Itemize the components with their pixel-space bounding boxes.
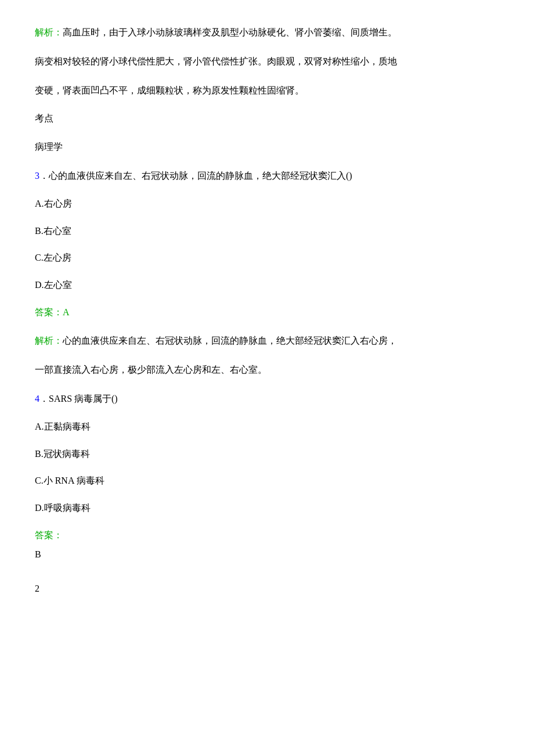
q4-text: ．SARS 病毒属于()	[39, 394, 118, 404]
analysis1-line3: 变硬，肾表面凹凸不平，成细颗粒状，称为原发性颗粒性固缩肾。	[35, 85, 304, 95]
analysis1-label: 解析：	[35, 27, 63, 37]
q4-number: 4	[35, 394, 39, 404]
kaodian-section: 考点 病理学	[35, 110, 499, 156]
q3-text: ．心的血液供应来自左、右冠状动脉，回流的静脉血，绝大部经冠状窦汇入()	[39, 171, 352, 181]
question3-block: 3．心的血液供应来自左、右冠状动脉，回流的静脉血，绝大部经冠状窦汇入() A.右…	[35, 167, 499, 379]
analysis3-label: 解析：	[35, 336, 63, 345]
q3-option-b: B.右心室	[35, 226, 71, 236]
kaodian-label: 考点	[35, 113, 53, 123]
page-number: 2	[35, 584, 39, 593]
q3-option-c: C.左心房	[35, 253, 71, 262]
q3-number: 3	[35, 171, 39, 181]
analysis1-block: 解析：高血压时，由于入球小动脉玻璃样变及肌型小动脉硬化、肾小管萎缩、间质增生。 …	[35, 23, 499, 100]
q4-option-a: A.正黏病毒科	[35, 422, 91, 431]
q4-option-c: C.小 RNA 病毒科	[35, 476, 104, 485]
answer4-value: B	[35, 549, 41, 559]
q4-option-d: D.呼吸病毒科	[35, 503, 91, 513]
kaodian-value: 病理学	[35, 142, 63, 152]
q3-option-a: A.右心房	[35, 199, 72, 208]
analysis1-line1: 高血压时，由于入球小动脉玻璃样变及肌型小动脉硬化、肾小管萎缩、间质增生。	[63, 27, 397, 37]
q3-option-d: D.左心室	[35, 280, 72, 290]
question4-block: 4．SARS 病毒属于() A.正黏病毒科 B.冠状病毒科 C.小 RNA 病毒…	[35, 390, 499, 563]
answer3-label: 答案：	[35, 307, 63, 317]
analysis3-line1: 心的血液供应来自左、右冠状动脉，回流的静脉血，绝大部经冠状窦汇入右心房，	[63, 336, 397, 345]
analysis1-line2: 病变相对较轻的肾小球代偿性肥大，肾小管代偿性扩张。肉眼观，双肾对称性缩小，质地	[35, 56, 397, 66]
answer3-value: A	[63, 307, 70, 317]
answer4-label: 答案：	[35, 530, 63, 540]
q4-option-b: B.冠状病毒科	[35, 449, 90, 459]
analysis3-line2: 一部直接流入右心房，极少部流入左心房和左、右心室。	[35, 365, 267, 375]
